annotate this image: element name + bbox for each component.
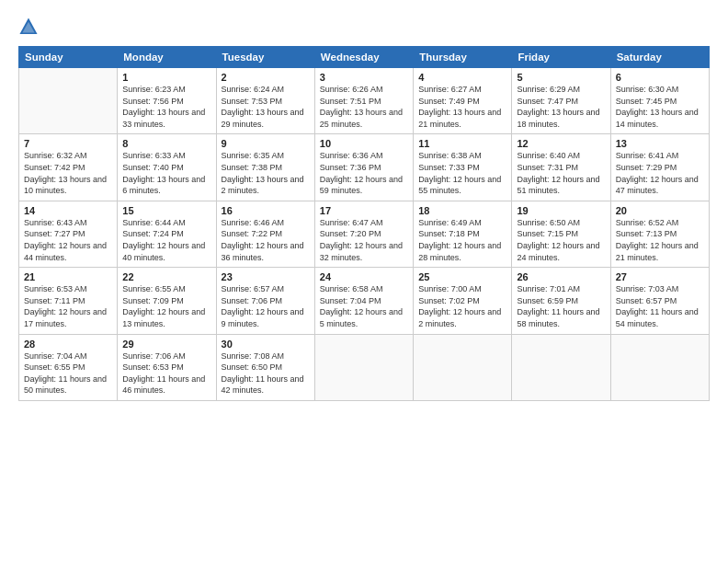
calendar-cell-w2d1: 15Sunrise: 6:44 AMSunset: 7:24 PMDayligh… <box>118 201 216 267</box>
calendar-cell-w1d3: 10Sunrise: 6:36 AMSunset: 7:36 PMDayligh… <box>314 134 413 201</box>
calendar-cell-w0d1: 1Sunrise: 6:23 AMSunset: 7:56 PMDaylight… <box>118 68 216 134</box>
cell-sunset: Sunset: 7:15 PM <box>517 229 578 238</box>
cell-daylight: Daylight: 12 hours and 55 minutes. <box>418 175 501 196</box>
cell-sunrise: Sunrise: 6:24 AM <box>222 85 285 94</box>
col-header-wednesday: Wednesday <box>314 47 413 68</box>
cell-daylight: Daylight: 11 hours and 58 minutes. <box>517 307 599 328</box>
day-number: 8 <box>122 138 210 149</box>
day-number: 19 <box>517 205 605 216</box>
calendar-cell-w3d6: 27Sunrise: 7:03 AMSunset: 6:57 PMDayligh… <box>610 268 709 334</box>
cell-sunset: Sunset: 7:20 PM <box>320 229 381 238</box>
cell-sunset: Sunset: 6:50 PM <box>222 362 283 372</box>
cell-daylight: Daylight: 13 hours and 29 minutes. <box>222 108 304 129</box>
day-number: 10 <box>320 138 408 149</box>
cell-daylight: Daylight: 12 hours and 24 minutes. <box>517 241 599 262</box>
cell-daylight: Daylight: 12 hours and 5 minutes. <box>320 307 403 328</box>
cell-sunset: Sunset: 7:29 PM <box>616 163 677 172</box>
cell-sunset: Sunset: 7:06 PM <box>222 296 283 305</box>
cell-sunset: Sunset: 7:49 PM <box>418 97 480 106</box>
cell-sunrise: Sunrise: 7:01 AM <box>517 284 580 293</box>
day-number: 5 <box>517 72 605 83</box>
day-number: 18 <box>418 205 506 216</box>
col-header-sunday: Sunday <box>19 47 118 68</box>
calendar-cell-w0d6: 6Sunrise: 6:30 AMSunset: 7:45 PMDaylight… <box>610 68 709 134</box>
cell-sunset: Sunset: 7:42 PM <box>24 163 85 172</box>
cell-sunset: Sunset: 7:36 PM <box>320 163 381 172</box>
cell-daylight: Daylight: 11 hours and 46 minutes. <box>122 374 205 396</box>
col-header-saturday: Saturday <box>610 47 709 68</box>
calendar-cell-w2d0: 14Sunrise: 6:43 AMSunset: 7:27 PMDayligh… <box>19 201 118 267</box>
day-number: 22 <box>122 271 210 282</box>
cell-sunset: Sunset: 7:51 PM <box>320 97 381 106</box>
cell-sunrise: Sunrise: 6:49 AM <box>418 218 482 227</box>
cell-sunrise: Sunrise: 6:44 AM <box>122 218 186 227</box>
cell-sunrise: Sunrise: 7:03 AM <box>616 284 679 293</box>
cell-daylight: Daylight: 12 hours and 21 minutes. <box>616 241 699 262</box>
calendar-cell-w2d3: 17Sunrise: 6:47 AMSunset: 7:20 PMDayligh… <box>314 201 413 267</box>
day-number: 9 <box>222 138 310 149</box>
day-number: 30 <box>222 339 310 350</box>
cell-sunset: Sunset: 7:09 PM <box>122 296 184 305</box>
calendar-cell-w2d4: 18Sunrise: 6:49 AMSunset: 7:18 PMDayligh… <box>414 201 512 267</box>
cell-daylight: Daylight: 12 hours and 9 minutes. <box>222 307 304 328</box>
calendar-cell-w1d4: 11Sunrise: 6:38 AMSunset: 7:33 PMDayligh… <box>414 134 512 201</box>
logo <box>18 17 42 37</box>
day-number: 6 <box>616 72 704 83</box>
calendar-cell-w2d5: 19Sunrise: 6:50 AMSunset: 7:15 PMDayligh… <box>512 201 610 267</box>
cell-sunrise: Sunrise: 6:58 AM <box>320 284 383 293</box>
day-number: 17 <box>320 205 408 216</box>
cell-daylight: Daylight: 12 hours and 28 minutes. <box>418 241 501 262</box>
cell-sunrise: Sunrise: 6:30 AM <box>616 85 679 94</box>
calendar-cell-w3d4: 25Sunrise: 7:00 AMSunset: 7:02 PMDayligh… <box>414 268 512 334</box>
cell-sunrise: Sunrise: 6:29 AM <box>517 85 580 94</box>
day-number: 27 <box>616 271 704 282</box>
day-number: 11 <box>418 138 506 149</box>
cell-sunrise: Sunrise: 7:08 AM <box>222 351 285 361</box>
day-number: 13 <box>616 138 704 149</box>
cell-sunset: Sunset: 7:27 PM <box>24 229 85 238</box>
calendar-cell-w3d1: 22Sunrise: 6:55 AMSunset: 7:09 PMDayligh… <box>118 268 216 334</box>
cell-sunset: Sunset: 7:02 PM <box>418 296 480 305</box>
cell-daylight: Daylight: 12 hours and 13 minutes. <box>122 307 205 328</box>
day-number: 1 <box>122 72 210 83</box>
calendar-cell-w4d4 <box>414 334 512 400</box>
col-header-friday: Friday <box>512 47 610 68</box>
calendar-cell-w0d4: 4Sunrise: 6:27 AMSunset: 7:49 PMDaylight… <box>414 68 512 134</box>
cell-daylight: Daylight: 13 hours and 14 minutes. <box>616 108 699 129</box>
calendar-cell-w2d6: 20Sunrise: 6:52 AMSunset: 7:13 PMDayligh… <box>610 201 709 267</box>
cell-daylight: Daylight: 13 hours and 33 minutes. <box>122 108 205 129</box>
cell-sunset: Sunset: 7:18 PM <box>418 229 480 238</box>
cell-sunset: Sunset: 7:56 PM <box>122 97 184 106</box>
cell-daylight: Daylight: 13 hours and 25 minutes. <box>320 108 403 129</box>
calendar-cell-w0d2: 2Sunrise: 6:24 AMSunset: 7:53 PMDaylight… <box>216 68 314 134</box>
day-number: 3 <box>320 72 408 83</box>
cell-daylight: Daylight: 11 hours and 42 minutes. <box>222 374 304 396</box>
cell-sunrise: Sunrise: 7:06 AM <box>122 351 186 361</box>
calendar-cell-w1d1: 8Sunrise: 6:33 AMSunset: 7:40 PMDaylight… <box>118 134 216 201</box>
cell-sunset: Sunset: 7:13 PM <box>616 229 677 238</box>
cell-sunrise: Sunrise: 7:00 AM <box>418 284 482 293</box>
calendar-cell-w3d0: 21Sunrise: 6:53 AMSunset: 7:11 PMDayligh… <box>19 268 118 334</box>
calendar-cell-w4d5 <box>512 334 610 400</box>
col-header-monday: Monday <box>118 47 216 68</box>
calendar-cell-w1d0: 7Sunrise: 6:32 AMSunset: 7:42 PMDaylight… <box>19 134 118 201</box>
calendar-cell-w0d0 <box>19 68 118 134</box>
cell-sunrise: Sunrise: 6:35 AM <box>222 151 285 160</box>
cell-sunrise: Sunrise: 6:38 AM <box>418 151 482 160</box>
day-number: 21 <box>24 271 112 282</box>
col-header-thursday: Thursday <box>414 47 512 68</box>
day-number: 16 <box>222 205 310 216</box>
cell-daylight: Daylight: 12 hours and 59 minutes. <box>320 175 403 196</box>
calendar-cell-w1d6: 13Sunrise: 6:41 AMSunset: 7:29 PMDayligh… <box>610 134 709 201</box>
calendar-cell-w4d1: 29Sunrise: 7:06 AMSunset: 6:53 PMDayligh… <box>118 334 216 400</box>
calendar-cell-w0d3: 3Sunrise: 6:26 AMSunset: 7:51 PMDaylight… <box>314 68 413 134</box>
cell-sunrise: Sunrise: 6:27 AM <box>418 85 482 94</box>
cell-sunrise: Sunrise: 6:32 AM <box>24 151 87 160</box>
day-number: 4 <box>418 72 506 83</box>
cell-daylight: Daylight: 12 hours and 17 minutes. <box>24 307 107 328</box>
day-number: 28 <box>24 339 112 350</box>
calendar-cell-w4d2: 30Sunrise: 7:08 AMSunset: 6:50 PMDayligh… <box>216 334 314 400</box>
cell-sunset: Sunset: 6:55 PM <box>24 362 85 372</box>
calendar-table: SundayMondayTuesdayWednesdayThursdayFrid… <box>18 46 710 401</box>
cell-sunset: Sunset: 6:53 PM <box>122 362 184 372</box>
